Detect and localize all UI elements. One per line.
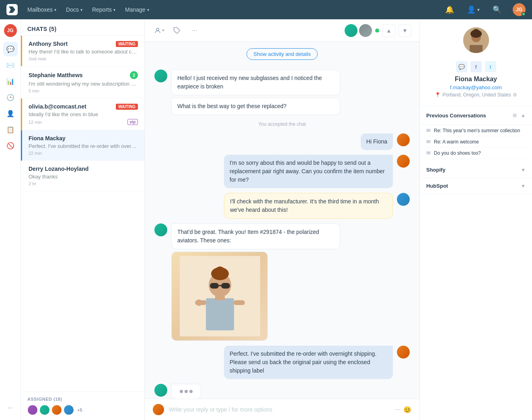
list-item[interactable]: Derry Lozano-Hoyland Okay thanks 2 hr xyxy=(21,161,144,191)
location-icon: 📍 xyxy=(435,92,441,98)
online-status-dot xyxy=(375,29,379,33)
chevron-down-icon: ▾ xyxy=(113,8,115,12)
assigned-more-label: +5 xyxy=(77,408,82,412)
list-item[interactable]: ✉ Re: This year's men's summer collectio… xyxy=(426,125,526,136)
sidebar-item-chat[interactable]: 💬 xyxy=(3,42,18,56)
contact-name: Fiona Mackay xyxy=(426,76,526,83)
email-icon: ✉ xyxy=(426,127,431,133)
sidebar-item-blocked[interactable]: 🚫 xyxy=(3,138,18,153)
avatar xyxy=(397,346,410,359)
shopify-section-header[interactable]: Shopify ▼ xyxy=(420,162,532,178)
chat-icon[interactable]: 💬 xyxy=(456,61,467,72)
notification-bell-icon[interactable]: 🔔 xyxy=(444,4,456,16)
assigned-avatars: +5 xyxy=(27,405,138,415)
logo-icon xyxy=(9,6,15,13)
sidebar-item-inbox[interactable]: ✉️ xyxy=(3,58,18,72)
chat-item-time: 12 min xyxy=(29,120,42,125)
message-bubble: Perfect. I've submitted the re-order wit… xyxy=(224,346,393,379)
email-icon: ✉ xyxy=(426,139,431,145)
product-image xyxy=(172,252,268,340)
list-item[interactable]: ✉ Re: A warm welcome xyxy=(426,136,526,148)
chevron-up-icon: ▲ xyxy=(521,113,526,118)
online-status-dot xyxy=(522,12,526,16)
message-row: Hi Fiona xyxy=(154,133,410,150)
toolbar-right: ▲ ▼ xyxy=(345,24,411,37)
add-icon[interactable]: ⊞ xyxy=(510,111,519,120)
avatar xyxy=(397,193,410,206)
sidebar-item-reports[interactable]: 📊 xyxy=(3,74,18,88)
svg-rect-10 xyxy=(219,285,221,286)
tag-button[interactable] xyxy=(170,24,183,37)
navigate-down-button[interactable]: ▼ xyxy=(398,24,411,37)
avatar xyxy=(359,24,372,37)
right-panel: 💬 f t Fiona Mackay f.mackay@yahoo.com 📍 … xyxy=(419,19,532,420)
nav-mailboxes[interactable]: Mailboxes ▾ xyxy=(27,6,56,13)
more-options-button[interactable]: ··· xyxy=(188,24,201,37)
chat-list-title: CHATS (5) xyxy=(27,26,57,32)
assign-user-button[interactable]: ▾ xyxy=(153,24,166,37)
top-navigation: Mailboxes ▾ Docs ▾ Reports ▾ Manage ▾ 🔔 … xyxy=(0,0,532,19)
user-avatar[interactable]: JG xyxy=(513,3,526,16)
vip-badge: vip xyxy=(127,119,138,125)
user-settings-icon[interactable]: 👤▾ xyxy=(465,4,481,16)
chevron-down-icon: ▼ xyxy=(521,167,526,173)
typing-dot xyxy=(180,390,183,393)
section-title: HubSpot xyxy=(426,183,448,189)
emoji-icon[interactable]: 😊 xyxy=(403,406,411,414)
list-item[interactable]: ✉ Do you do shoes too? xyxy=(426,148,526,159)
message-row: Perfect. I've submitted the re-order wit… xyxy=(154,346,410,379)
sidebar-item-history[interactable]: 🕒 xyxy=(3,90,18,104)
search-icon[interactable]: 🔍 xyxy=(491,4,503,16)
previous-conversations-header[interactable]: Previous Conversations ⊞ ▲ xyxy=(420,106,532,125)
chevron-down-icon: ▾ xyxy=(80,8,82,12)
reply-actions: ··· 😊 xyxy=(395,406,411,414)
chat-item-header: olivia.b@comcast.net WAITING xyxy=(29,103,138,110)
logo[interactable] xyxy=(6,4,18,15)
workspace-badge[interactable]: JG xyxy=(4,24,17,37)
twitter-icon[interactable]: t xyxy=(485,61,496,72)
nav-docs[interactable]: Docs ▾ xyxy=(66,6,82,13)
sidebar-item-tasks[interactable]: 📋 xyxy=(3,122,18,137)
chat-toolbar: ▾ ··· ▲ ▼ xyxy=(145,19,419,42)
main-content: JG 💬 ✉️ 📊 🕒 👤 📋 🚫 ··· CHATS (5) Anthony … xyxy=(0,19,532,420)
nav-manage[interactable]: Manage ▾ xyxy=(125,6,149,13)
message-row: I'm so sorry about this and would be hap… xyxy=(154,155,410,188)
svg-point-13 xyxy=(196,299,202,306)
chat-item-name: Anthony Short xyxy=(29,41,68,47)
chat-item-name: olivia.b@comcast.net xyxy=(29,103,86,110)
previous-conversations-list: ✉ Re: This year's men's summer collectio… xyxy=(420,125,532,162)
conversation-title: Re: A warm welcome xyxy=(434,139,526,145)
sidebar-item-contacts[interactable]: 👤 xyxy=(3,106,18,121)
svg-rect-8 xyxy=(210,283,219,289)
sidebar-item-more[interactable]: ··· xyxy=(3,401,18,415)
navigate-up-button[interactable]: ▲ xyxy=(382,24,395,37)
list-item[interactable]: Stephanie Matthews 2 I'm still wondering… xyxy=(21,66,144,98)
facebook-icon[interactable]: f xyxy=(470,61,482,72)
chat-item-header: Fiona Mackay xyxy=(29,135,138,141)
reply-input[interactable] xyxy=(169,406,390,413)
list-item[interactable]: Fiona Mackay Perfect. I've submitted the… xyxy=(21,130,144,161)
chat-list: CHATS (5) Anthony Short WAITING Hey ther… xyxy=(21,19,145,420)
avatar xyxy=(345,24,357,37)
show-activity-button[interactable]: Show activity and details xyxy=(246,48,317,60)
avatar xyxy=(27,405,38,415)
contact-avatar xyxy=(463,27,489,53)
avatar xyxy=(397,133,410,146)
avatar xyxy=(397,155,410,168)
nav-reports[interactable]: Reports ▾ xyxy=(92,6,115,13)
more-options-icon[interactable]: ··· xyxy=(395,406,400,413)
system-message: You accepted the chat xyxy=(154,120,410,129)
message-bubble: That'd be great. Thank you! Item #291874… xyxy=(171,223,340,249)
message-row: I'll check with the manufacturer. It's t… xyxy=(154,193,410,219)
chat-item-time: 2 hr xyxy=(29,181,138,186)
avatar xyxy=(154,70,167,82)
chat-item-header: Stephanie Matthews 2 xyxy=(29,71,138,79)
assigned-label: ASSIGNED (18) xyxy=(27,397,138,402)
list-item[interactable]: olivia.b@comcast.net WAITING Ideally I'd… xyxy=(21,98,144,130)
settings-icon[interactable]: ⚙ xyxy=(513,92,517,98)
hubspot-section-header[interactable]: HubSpot ▼ xyxy=(420,178,532,194)
contact-email[interactable]: f.mackay@yahoo.com xyxy=(426,84,526,90)
avatar xyxy=(64,405,74,415)
list-item[interactable]: Anthony Short WAITING Hey there! I'd lik… xyxy=(21,36,144,66)
svg-rect-12 xyxy=(234,300,245,305)
